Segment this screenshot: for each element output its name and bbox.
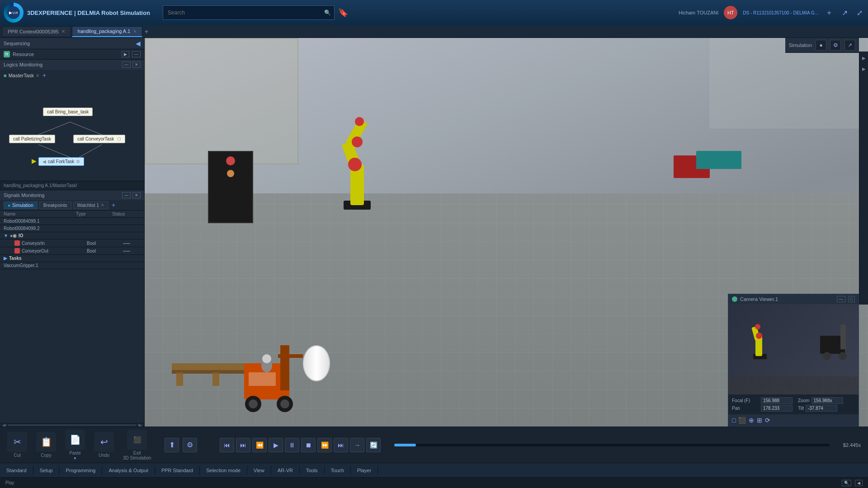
cam-tool-3[interactable]: ⊕ (748, 416, 755, 425)
bookmark-icon[interactable]: 🔖 (338, 8, 348, 18)
menu-player[interactable]: Player (351, 466, 378, 475)
resource-expand-btn[interactable]: ▶ (122, 51, 129, 57)
timeline[interactable] (394, 444, 830, 446)
search-bar[interactable]: 🔍 (163, 5, 335, 20)
cam-tilt-input[interactable] (806, 405, 837, 412)
sig-tab-watchlist[interactable]: Watchlist 1 ✕ (73, 202, 109, 209)
cam-tool-5[interactable]: ⟳ (764, 416, 771, 425)
camera-viewport (728, 304, 859, 394)
sig-row-vaccum[interactable]: VaccumGripper.1 (0, 262, 144, 269)
tool-paste[interactable]: 📄 Paste ▼ (65, 430, 85, 460)
playback-rewind[interactable]: ⏪ (252, 438, 267, 452)
bottom-menu: Standard Setup Programming Analysis & Ou… (0, 463, 868, 477)
svg-point-33 (823, 352, 831, 360)
signals-minimize[interactable]: — (122, 192, 131, 198)
playback-next[interactable]: → (350, 438, 364, 452)
left-scrollbar[interactable]: ◀ ▶ (0, 423, 144, 427)
sig-row-tasks[interactable]: ▶ Tasks (0, 255, 144, 262)
sig-tab-breakpoints[interactable]: Breakpoints (39, 202, 71, 209)
sig-tab-watchlist-close[interactable]: ✕ (101, 203, 104, 207)
camera-expand[interactable]: □ (848, 296, 855, 302)
svg-point-22 (280, 399, 289, 408)
menu-touch[interactable]: Touch (325, 466, 351, 475)
sig-row-io[interactable]: ▼ ●◉ IO (0, 232, 144, 239)
camera-minimize[interactable]: — (837, 296, 845, 302)
mastertask-close[interactable]: ✕ (36, 73, 39, 78)
mastertask-add[interactable]: ＋ (41, 71, 47, 80)
mastertask-tab[interactable]: ■ MasterTask ✕ ＋ (0, 70, 144, 81)
menu-view[interactable]: View (247, 466, 271, 475)
search-input[interactable] (163, 5, 335, 20)
sequencing-collapse[interactable]: ◀ (136, 40, 141, 47)
tool-exit-3d[interactable]: ⬛ Exit3D Simulation (123, 430, 151, 460)
tab-handling-close[interactable]: ✕ (133, 29, 137, 34)
menu-ar-vr[interactable]: AR-VR (271, 466, 300, 475)
tab-ppr-close[interactable]: ✕ (61, 29, 65, 34)
search-icon: 🔍 (324, 9, 331, 16)
menu-selection-mode[interactable]: Selection mode (200, 466, 247, 475)
settings-btn[interactable]: ⚙ (183, 438, 197, 452)
cam-zoom-input[interactable] (811, 397, 843, 404)
sim-btn-3[interactable]: ↗ (844, 40, 855, 51)
flow-node-bring[interactable]: call Bring_base_task (43, 108, 93, 116)
menu-programming[interactable]: Programming (59, 466, 102, 475)
sim-btn-1[interactable]: ● (816, 40, 826, 51)
playback-loop[interactable]: 🔄 (366, 438, 381, 452)
tool-undo[interactable]: ↩ Undo (94, 432, 114, 458)
right-edge-btn-2[interactable]: ▶ (859, 64, 868, 73)
signals-header: Signals Monitoring — ✕ (0, 190, 144, 200)
cam-pan-input[interactable] (761, 405, 793, 412)
playback-controls: ⏮ ⏭ ⏪ ▶ ⏸ ⏹ ⏩ ⏭ → 🔄 (220, 438, 381, 452)
tool-cut[interactable]: ✂ Cut (7, 432, 27, 458)
logics-minimize[interactable]: — (122, 61, 131, 68)
status-expand-btn[interactable]: ◀ (855, 480, 863, 486)
cam-focal-input[interactable] (761, 397, 793, 404)
cut-label: Cut (14, 453, 21, 458)
signals-panel: Signals Monitoring — ✕ ● Simulation Brea… (0, 190, 144, 427)
sig-tab-add[interactable]: ＋ (110, 201, 117, 209)
center-viewport[interactable]: Simulation ● ⚙ ↗ ▶ ▶ Camera Viewer.1 — □ (145, 38, 868, 427)
upload-btn[interactable]: ⬆ (165, 438, 179, 452)
signals-close[interactable]: ✕ (132, 192, 141, 198)
sig-row-robot1[interactable]: Robot00084099.1 (0, 218, 144, 225)
tab-handling[interactable]: handling_packaging A.1 ✕ (72, 26, 143, 37)
cam-tool-4[interactable]: ⊞ (756, 416, 763, 425)
playback-prev-frame[interactable]: ⏭ (236, 438, 250, 452)
share-button[interactable]: ↗ (840, 8, 849, 18)
playback-pause[interactable]: ⏸ (285, 438, 299, 452)
playback-forward[interactable]: ⏩ (317, 438, 332, 452)
sig-row-conveyorin[interactable]: ConveyorIn Bool false (0, 239, 144, 247)
tool-copy[interactable]: 📋 Copy (36, 432, 56, 458)
playback-start[interactable]: ⏮ (220, 438, 234, 452)
sig-row-conveyorout[interactable]: ConveyorOut Bool false (0, 247, 144, 255)
sig-tab-simulation[interactable]: ● Simulation (4, 202, 38, 209)
playback-play[interactable]: ▶ (269, 438, 283, 452)
sim-btn-2[interactable]: ⚙ (830, 40, 841, 51)
cam-tool-2[interactable]: ⬛ (737, 416, 747, 425)
flow-node-fork[interactable]: ◀ call ForkTask ⚙ (38, 157, 84, 166)
flow-node-palletizing[interactable]: call PalletizingTask (9, 135, 55, 143)
add-button[interactable]: ＋ (824, 7, 835, 19)
cam-tool-1[interactable]: □ (731, 416, 736, 425)
resource-add-btn[interactable]: — (132, 51, 141, 57)
camera-panel: Camera Viewer.1 — □ (728, 294, 859, 427)
svg-point-29 (756, 333, 762, 339)
menu-standard[interactable]: Standard (0, 466, 33, 475)
logics-close[interactable]: ✕ (132, 61, 141, 68)
app-title: 3DEXPERIENCE | DELMIA Robot Simulation (27, 9, 150, 16)
logo-version: ▶V.R (7, 6, 20, 19)
right-edge-btn-1[interactable]: ▶ (859, 53, 868, 62)
status-search-btn[interactable]: 🔍 (842, 480, 851, 486)
flow-node-conveyor[interactable]: call ConveyorTask ⬡ (73, 135, 125, 143)
tab-ppr[interactable]: PPR Context00005395 ✕ (2, 26, 71, 37)
tab-add-button[interactable]: ＋ (143, 28, 150, 36)
playback-stop[interactable]: ⏹ (301, 438, 316, 452)
menu-tools[interactable]: Tools (300, 466, 325, 475)
menu-ppr-standard[interactable]: PPR Standard (155, 466, 200, 475)
menu-analysis[interactable]: Analysis & Output (102, 466, 155, 475)
menu-setup[interactable]: Setup (33, 466, 60, 475)
sig-row-robot2[interactable]: Robot00084099.2 (0, 225, 144, 232)
sequencing-label: Sequencing (4, 41, 30, 46)
playback-end[interactable]: ⏭ (334, 438, 348, 452)
maximize-button[interactable]: ⤢ (855, 8, 864, 18)
